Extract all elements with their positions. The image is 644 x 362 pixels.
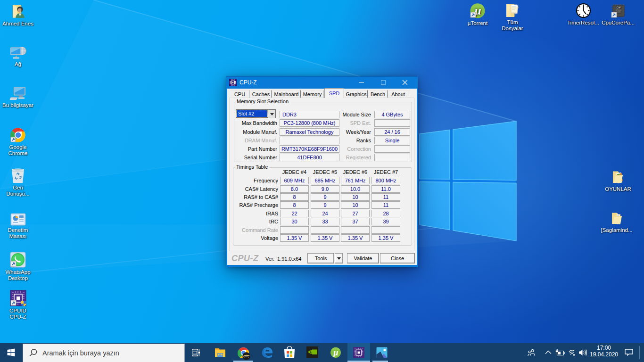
svg-text:CW: CW [616,6,621,9]
svg-text:µ: µ [333,348,339,357]
svg-text:CORE: CORE [616,11,620,13]
